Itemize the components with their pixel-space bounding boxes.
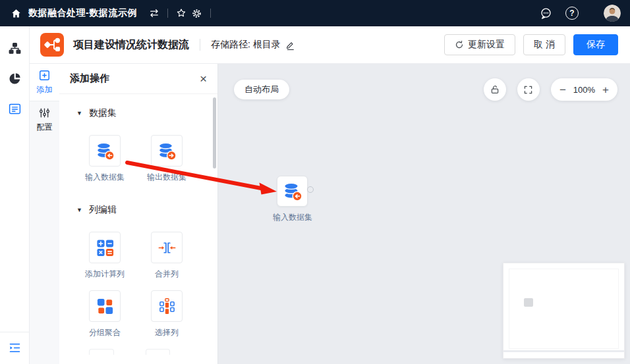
op-card — [89, 232, 121, 263]
zoom-level: 100% — [573, 85, 595, 95]
save-button[interactable]: 保存 — [573, 34, 618, 55]
flow-title: 项目建设情况统计数据流 — [73, 38, 189, 52]
tab-config-label: 配置 — [37, 122, 53, 133]
op-item-input-dataset[interactable]: 输入数据集 — [74, 135, 136, 183]
minimap-node-marker — [524, 298, 533, 307]
navbar-title: 数据融合处理-数据流示例 — [28, 7, 137, 19]
panel-title: 添加操作 — [70, 72, 109, 85]
node-output-port[interactable] — [307, 186, 314, 193]
gear-icon[interactable] — [189, 5, 205, 21]
app-shell: 项目建设情况统计数据流 存储路径: 根目录 更新设置 取 消 保存 — [0, 26, 630, 364]
cancel-label: 取 消 — [534, 39, 555, 51]
main-column: 项目建设情况统计数据流 存储路径: 根目录 更新设置 取 消 保存 — [30, 26, 630, 364]
op-card — [151, 135, 183, 167]
section-label: 数据集 — [89, 107, 117, 119]
op-item-group-aggregate[interactable]: 分组聚合 — [74, 290, 136, 338]
database-input-icon — [95, 141, 115, 161]
op-item-merge-columns[interactable]: 合并列 — [136, 232, 198, 280]
select-columns-icon — [158, 297, 177, 316]
dataset-items-grid: 输入数据集 输出数据集 — [74, 135, 200, 183]
op-item-label: 添加计算列 — [85, 269, 125, 280]
minimap-viewport-edge — [503, 350, 624, 352]
canvas-controls: − 100% + — [484, 78, 617, 101]
update-settings-label: 更新设置 — [468, 39, 505, 51]
avatar[interactable] — [604, 5, 621, 22]
navbar-right-group: ? — [538, 5, 621, 22]
node-label: 输入数据集 — [259, 212, 326, 223]
panel-header: 添加操作 × — [59, 64, 217, 94]
lock-button[interactable] — [484, 78, 506, 101]
panel-scrollbar[interactable] — [213, 97, 216, 169]
op-item-select-columns[interactable]: 选择列 — [136, 290, 198, 338]
navbar-divider — [167, 9, 168, 18]
sidebar-bottom — [0, 332, 29, 364]
section-label: 列编辑 — [89, 204, 117, 216]
zoom-control: − 100% + — [551, 78, 617, 101]
calc-columns-icon — [96, 238, 115, 257]
tab-config[interactable]: 配置 — [30, 101, 59, 138]
auto-layout-label: 自动布局 — [244, 84, 279, 95]
update-settings-button[interactable]: 更新设置 — [444, 34, 515, 55]
op-item-output-dataset[interactable]: 输出数据集 — [136, 135, 198, 183]
group-aggregate-icon — [96, 297, 115, 316]
merge-columns-icon — [158, 238, 177, 257]
panel-tabstrip: 添加 配置 — [30, 64, 59, 364]
collapse-sidebar-icon[interactable] — [6, 339, 23, 356]
zoom-out-button[interactable]: − — [559, 84, 566, 95]
op-card-partial — [89, 349, 114, 355]
op-card — [89, 290, 121, 322]
op-item-add-calc-column[interactable]: 添加计算列 — [74, 232, 136, 280]
auto-layout-button[interactable]: 自动布局 — [234, 80, 289, 99]
add-square-icon — [38, 69, 51, 82]
tab-add[interactable]: 添加 — [30, 64, 59, 101]
close-icon[interactable]: × — [200, 72, 207, 85]
minimap[interactable] — [503, 263, 625, 359]
toolbar-buttons: 更新设置 取 消 保存 — [444, 34, 618, 55]
add-operations-panel: 添加操作 × ▼ 数据集 输入数据集 — [59, 64, 218, 364]
section-header-column-edit[interactable]: ▼ 列编辑 — [76, 204, 217, 216]
node-input-dataset[interactable] — [277, 176, 308, 207]
org-chart-icon[interactable] — [6, 39, 23, 57]
dataflow-app-icon — [40, 33, 64, 57]
zoom-in-button[interactable]: + — [602, 84, 609, 95]
tab-add-label: 添加 — [37, 84, 53, 95]
storage-path: 存储路径: 根目录 — [211, 39, 295, 51]
panel-body: ▼ 数据集 输入数据集 — [59, 94, 217, 364]
save-label: 保存 — [587, 39, 605, 51]
op-item-label: 合并列 — [155, 269, 179, 280]
op-item-label: 输入数据集 — [85, 172, 125, 183]
collapse-triangle-icon: ▼ — [76, 110, 82, 117]
unlock-icon — [490, 84, 500, 95]
op-item-label: 分组聚合 — [89, 327, 121, 338]
help-icon[interactable]: ? — [565, 7, 579, 20]
refresh-icon — [455, 40, 464, 49]
op-card-partial — [146, 349, 171, 355]
database-output-icon — [157, 141, 177, 161]
minimap-viewport — [509, 269, 619, 349]
sliders-icon — [38, 107, 51, 119]
op-item-label: 输出数据集 — [147, 172, 186, 183]
navbar-divider — [210, 9, 211, 18]
column-edit-items-grid: 添加计算列 合并列 分组聚合 — [74, 232, 200, 338]
op-card — [151, 290, 183, 322]
flow-canvas[interactable]: 自动布局 − 100% + — [218, 64, 630, 364]
top-navbar: 数据融合处理-数据流示例 ? — [0, 0, 630, 26]
section-header-datasets[interactable]: ▼ 数据集 — [76, 107, 217, 119]
swap-icon[interactable] — [146, 5, 162, 21]
fit-view-button[interactable] — [517, 78, 540, 101]
message-icon[interactable] — [538, 5, 554, 21]
toolbar-divider — [200, 39, 200, 51]
partially-visible-items — [74, 349, 200, 355]
content-row: 添加 配置 添加操作 × ▼ 数据集 — [30, 64, 630, 364]
home-icon[interactable] — [11, 8, 22, 19]
fullscreen-icon — [523, 85, 533, 95]
cancel-button[interactable]: 取 消 — [523, 34, 565, 55]
op-card — [151, 232, 183, 263]
form-icon[interactable] — [6, 100, 23, 117]
op-card — [89, 135, 121, 167]
pie-chart-icon[interactable] — [6, 70, 23, 87]
collapse-triangle-icon: ▼ — [76, 207, 82, 213]
star-icon[interactable] — [173, 5, 189, 21]
database-input-icon — [282, 181, 302, 201]
edit-pencil-icon[interactable] — [285, 40, 295, 50]
